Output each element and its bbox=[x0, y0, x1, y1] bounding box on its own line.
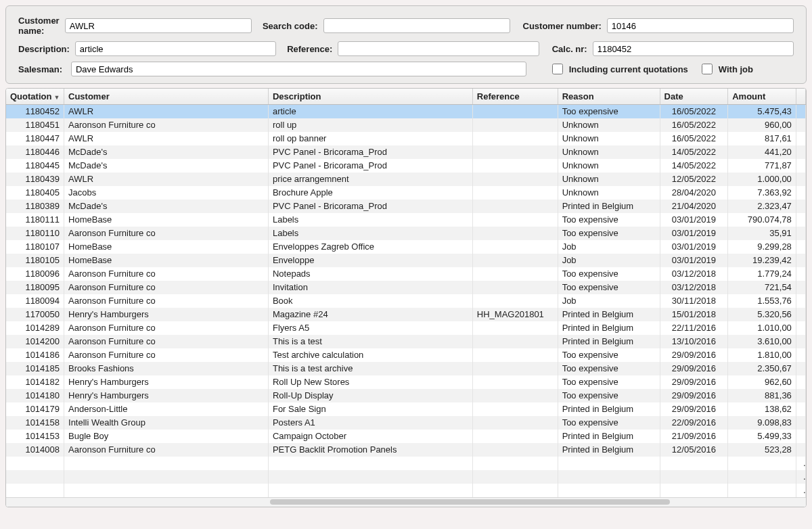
cell-reason: Too expensive bbox=[558, 362, 660, 375]
table-row[interactable]: 1014158Intelli Wealth GroupPosters A1Too… bbox=[6, 416, 806, 430]
cell-amount: 9.299,28 bbox=[728, 240, 796, 254]
cell-quotation: 1180096 bbox=[6, 267, 64, 281]
cell-date: 15/01/2018 bbox=[660, 308, 728, 321]
table-row[interactable]: 1180095Aaronson Furniture coInvitationTo… bbox=[6, 281, 806, 294]
col-reference[interactable]: Reference bbox=[472, 89, 558, 105]
horizontal-scrollbar[interactable] bbox=[6, 497, 806, 507]
table-row[interactable]: 1014185Brooks FashionsThis is a test arc… bbox=[6, 362, 806, 375]
cell-quotation: 1180439 bbox=[6, 172, 64, 186]
table-row[interactable]: 1014182Henry's HamburgersRoll Up New Sto… bbox=[6, 375, 806, 389]
table-row[interactable]: 1014289Aaronson Furniture coFlyers A5Pri… bbox=[6, 321, 806, 335]
table-row[interactable]: 1170050Henry's HamburgersMagazine #24HH_… bbox=[6, 308, 806, 321]
cell-tail bbox=[796, 402, 805, 416]
table-row[interactable]: 1014186Aaronson Furniture coTest archive… bbox=[6, 348, 806, 362]
cell-reason: Job bbox=[558, 294, 660, 308]
col-quotation[interactable]: Quotation▼ bbox=[6, 89, 64, 105]
cell-reason: Unknown bbox=[558, 132, 660, 145]
table-row[interactable]: 1180439AWLRprice arrangemnentUnknown12/0… bbox=[6, 172, 806, 186]
cell-tail bbox=[796, 321, 805, 335]
table-row[interactable]: 1180446McDade'sPVC Panel - Bricorama_Pro… bbox=[6, 145, 806, 159]
table-row[interactable]: 1180405JacobsBrochure AppleUnknown28/04/… bbox=[6, 186, 806, 200]
customer-number-label: Customer number: bbox=[523, 21, 602, 31]
cell-description: PVC Panel - Bricorama_Prod bbox=[268, 145, 472, 159]
cell-date: 21/09/2016 bbox=[660, 430, 728, 443]
col-amount[interactable]: Amount bbox=[728, 89, 796, 105]
col-reason[interactable]: Reason bbox=[558, 89, 660, 105]
table-row[interactable]: 1014179Anderson-LittleFor Sale SignPrint… bbox=[6, 402, 806, 416]
cell-tail bbox=[796, 389, 805, 402]
reference-label: Reference: bbox=[287, 44, 332, 54]
table-row[interactable]: 1180096Aaronson Furniture coNotepadsToo … bbox=[6, 267, 806, 281]
calc-nr-input[interactable] bbox=[593, 41, 794, 56]
cell-amount: 960,00 bbox=[728, 118, 796, 132]
cell-quotation: 1180095 bbox=[6, 281, 64, 294]
cell-amount: 1.779,24 bbox=[728, 267, 796, 281]
table-row[interactable]: 1180094Aaronson Furniture coBookJob30/11… bbox=[6, 294, 806, 308]
table-row[interactable]: 1180105HomeBaseEnveloppeJob03/01/201919.… bbox=[6, 254, 806, 267]
cell-amount: 5.499,33 bbox=[728, 430, 796, 443]
cell-description: PETG Backlit Promotion Panels bbox=[268, 443, 472, 457]
reference-input[interactable] bbox=[338, 41, 539, 56]
cell-customer: HomeBase bbox=[64, 213, 269, 227]
cell-reason: Unknown bbox=[558, 172, 660, 186]
table-row[interactable]: 1180447AWLRroll op bannerUnknown16/05/20… bbox=[6, 132, 806, 145]
table-row[interactable]: 1014200Aaronson Furniture coThis is a te… bbox=[6, 335, 806, 348]
grid-scroll[interactable]: Quotation▼ Customer Description Referenc… bbox=[6, 89, 806, 497]
table-row[interactable]: 1180452AWLRarticleToo expensive16/05/202… bbox=[6, 105, 806, 118]
with-job-checkbox[interactable]: With job bbox=[699, 62, 753, 76]
cell-description: For Sale Sign bbox=[268, 402, 472, 416]
cell-reason: Printed in Belgium bbox=[558, 321, 660, 335]
table-row[interactable]: 1014008Aaronson Furniture coPETG Backlit… bbox=[6, 443, 806, 457]
table-row[interactable]: 1180451Aaronson Furniture coroll upUnkno… bbox=[6, 118, 806, 132]
cell-quotation: 1180447 bbox=[6, 132, 64, 145]
table-row[interactable]: 1014180Henry's HamburgersRoll-Up Display… bbox=[6, 389, 806, 402]
cell-quotation: 1180110 bbox=[6, 227, 64, 240]
table-row[interactable]: 1180445McDade'sPVC Panel - Bricorama_Pro… bbox=[6, 159, 806, 172]
salesman-input[interactable] bbox=[71, 62, 526, 76]
cell-quotation: 1180389 bbox=[6, 200, 64, 213]
scrollbar-thumb[interactable] bbox=[270, 499, 670, 505]
cell-quotation: 1014200 bbox=[6, 335, 64, 348]
customer-name-input[interactable] bbox=[65, 18, 252, 33]
table-row[interactable]: 1014153Bugle BoyCampaign OctoberPrinted … bbox=[6, 430, 806, 443]
cell-customer: Henry's Hamburgers bbox=[64, 389, 269, 402]
cell-reason: Printed in Belgium bbox=[558, 402, 660, 416]
cell-description: Book bbox=[268, 294, 472, 308]
cell-customer: McDade's bbox=[64, 159, 269, 172]
cell-amount: 441,20 bbox=[728, 145, 796, 159]
cell-reference bbox=[472, 132, 558, 145]
cell-date: 12/05/2016 bbox=[660, 443, 728, 457]
cell-amount: 35,91 bbox=[728, 227, 796, 240]
cell-reason: Printed in Belgium bbox=[558, 335, 660, 348]
cell-reference bbox=[472, 321, 558, 335]
table-row[interactable]: 1180111HomeBaseLabelsToo expensive03/01/… bbox=[6, 213, 806, 227]
search-code-input[interactable] bbox=[323, 18, 510, 33]
description-input[interactable] bbox=[75, 41, 276, 56]
table-row[interactable]: 1180389McDade'sPVC Panel - Bricorama_Pro… bbox=[6, 200, 806, 213]
with-job-box[interactable] bbox=[702, 64, 713, 74]
cell-customer: Aaronson Furniture co bbox=[64, 443, 269, 457]
grid-header-row: Quotation▼ Customer Description Referenc… bbox=[6, 89, 806, 105]
cell-tail bbox=[796, 240, 805, 254]
cell-date: 30/11/2018 bbox=[660, 294, 728, 308]
including-current-box[interactable] bbox=[552, 64, 563, 74]
cell-reason: Too expensive bbox=[558, 416, 660, 430]
cell-quotation: 1180445 bbox=[6, 159, 64, 172]
cell-quotation: 1180452 bbox=[6, 105, 64, 118]
cell-tail bbox=[796, 200, 805, 213]
table-row-empty bbox=[6, 470, 806, 484]
col-customer[interactable]: Customer bbox=[64, 89, 269, 105]
table-row[interactable]: 1180107HomeBaseEnveloppes Zagreb OfficeJ… bbox=[6, 240, 806, 254]
cell-description: article bbox=[268, 105, 472, 118]
cell-tail bbox=[796, 145, 805, 159]
including-current-checkbox[interactable]: Including current quotations bbox=[549, 62, 688, 76]
cell-quotation: 1180451 bbox=[6, 118, 64, 132]
cell-date: 14/05/2022 bbox=[660, 159, 728, 172]
cell-description: Brochure Apple bbox=[268, 186, 472, 200]
cell-tail bbox=[796, 443, 805, 457]
col-description[interactable]: Description bbox=[268, 89, 472, 105]
table-row[interactable]: 1180110Aaronson Furniture coLabelsToo ex… bbox=[6, 227, 806, 240]
customer-number-input[interactable] bbox=[607, 18, 794, 33]
cell-quotation: 1014153 bbox=[6, 430, 64, 443]
col-date[interactable]: Date bbox=[660, 89, 728, 105]
